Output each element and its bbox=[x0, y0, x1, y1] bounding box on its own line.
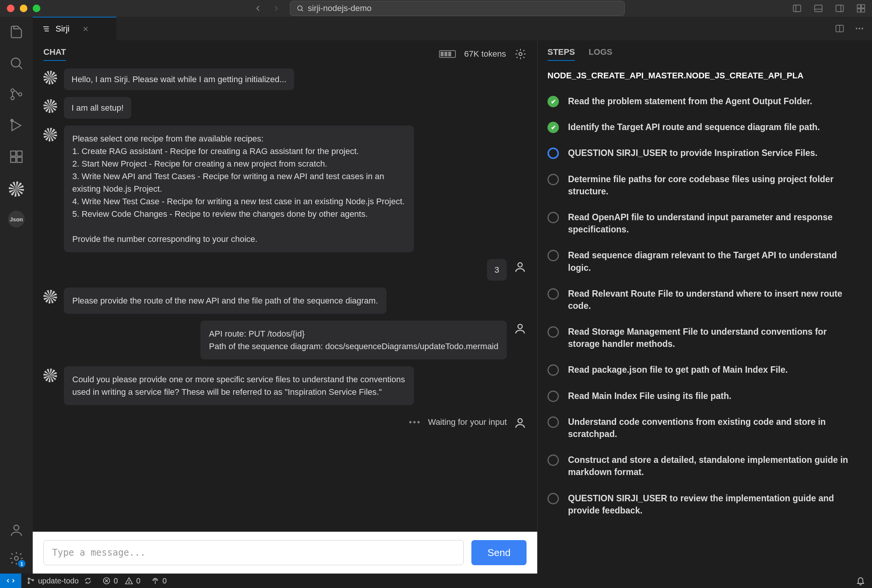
step-status-icon bbox=[547, 250, 559, 261]
run-debug-icon[interactable] bbox=[8, 117, 25, 134]
chat-messages[interactable]: Hello, I am Sirji. Please wait while I a… bbox=[33, 65, 537, 532]
step-item[interactable]: Read Relevant Route File to understand w… bbox=[547, 281, 861, 319]
warning-icon bbox=[125, 577, 133, 585]
step-item[interactable]: Construct and store a detailed, standalo… bbox=[547, 447, 861, 485]
step-text: Read package.json file to get path of Ma… bbox=[568, 364, 788, 376]
sync-icon[interactable] bbox=[84, 577, 92, 585]
settings-badge: 1 bbox=[18, 560, 25, 567]
step-item[interactable]: Read OpenAPI file to understand input pa… bbox=[547, 204, 861, 242]
svg-point-27 bbox=[856, 28, 857, 29]
list-icon bbox=[42, 25, 50, 33]
chat-tab[interactable]: CHAT bbox=[43, 47, 66, 61]
port-count: 0 bbox=[162, 577, 167, 585]
gear-icon[interactable] bbox=[514, 48, 527, 60]
extensions-icon[interactable] bbox=[8, 148, 25, 165]
more-actions-icon[interactable] bbox=[854, 24, 864, 33]
bot-avatar-icon bbox=[43, 99, 57, 113]
svg-point-36 bbox=[32, 579, 34, 581]
send-button[interactable]: Send bbox=[471, 540, 527, 565]
settings-gear-icon[interactable]: 1 bbox=[8, 550, 25, 567]
step-item[interactable]: QUESTION SIRJI_USER to review the implem… bbox=[547, 485, 861, 523]
maximize-window-button[interactable] bbox=[33, 5, 40, 12]
svg-point-34 bbox=[28, 578, 30, 580]
ports-indicator[interactable]: 0 bbox=[146, 574, 172, 588]
command-palette[interactable]: sirji-nodejs-demo bbox=[290, 1, 625, 16]
problems-indicator[interactable]: 0 0 bbox=[97, 574, 146, 588]
step-item[interactable]: Determine file paths for core codebase f… bbox=[547, 166, 861, 204]
step-text: QUESTION SIRJI_USER to review the implem… bbox=[568, 492, 861, 516]
window-controls bbox=[7, 5, 40, 12]
step-item[interactable]: QUESTION SIRJI_USER to provide Inspirati… bbox=[547, 140, 861, 166]
sirji-extension-icon[interactable] bbox=[8, 180, 25, 196]
svg-rect-10 bbox=[861, 9, 865, 12]
tab-steps[interactable]: STEPS bbox=[547, 47, 575, 61]
step-text: Read sequence diagram relevant to the Ta… bbox=[568, 249, 861, 273]
svg-rect-5 bbox=[836, 5, 843, 11]
warning-count: 0 bbox=[136, 577, 140, 585]
typing-dots-icon: ••• bbox=[409, 417, 421, 427]
step-text: Determine file paths for core codebase f… bbox=[568, 173, 861, 197]
branch-name: update-todo bbox=[38, 577, 79, 585]
step-item[interactable]: Read the problem statement from the Agen… bbox=[547, 88, 861, 114]
step-item[interactable]: Identify the Target API route and sequen… bbox=[547, 114, 861, 140]
chat-input[interactable] bbox=[43, 540, 464, 565]
steps-breadcrumb: NODE_JS_CREATE_API_MASTER.NODE_JS_CREATE… bbox=[547, 65, 872, 88]
accounts-icon[interactable] bbox=[8, 522, 25, 539]
bot-message: Could you please provide one or more spe… bbox=[64, 366, 414, 405]
error-icon bbox=[102, 577, 111, 585]
branch-icon bbox=[27, 577, 35, 585]
step-text: Read Storage Management File to understa… bbox=[568, 326, 861, 350]
command-palette-text: sirji-nodejs-demo bbox=[308, 3, 372, 13]
status-bar: update-todo 0 0 0 bbox=[0, 574, 872, 588]
panel-left-icon[interactable] bbox=[792, 3, 802, 13]
tab-sirji[interactable]: Sirji bbox=[33, 17, 116, 40]
token-count: 67K tokens bbox=[464, 49, 506, 59]
steps-list[interactable]: Read the problem statement from the Agen… bbox=[547, 88, 872, 567]
customize-layout-icon[interactable] bbox=[856, 3, 866, 13]
json-extension-icon[interactable]: Json bbox=[8, 211, 25, 227]
minimize-window-button[interactable] bbox=[20, 5, 27, 12]
close-icon[interactable] bbox=[82, 25, 89, 33]
step-item[interactable]: Understand code conventions from existin… bbox=[547, 409, 861, 447]
svg-point-28 bbox=[859, 28, 860, 29]
svg-point-33 bbox=[518, 419, 522, 423]
panel-bottom-icon[interactable] bbox=[813, 3, 823, 13]
chat-input-area: Send bbox=[33, 532, 537, 574]
tab-bar: Sirji bbox=[33, 17, 872, 40]
step-item[interactable]: Read Main Index File using its file path… bbox=[547, 383, 861, 409]
remote-indicator[interactable] bbox=[0, 574, 21, 588]
step-text: Read the problem statement from the Agen… bbox=[568, 95, 812, 107]
step-item[interactable]: Read Storage Management File to understa… bbox=[547, 319, 861, 357]
step-item[interactable]: Read package.json file to get path of Ma… bbox=[547, 357, 861, 383]
svg-rect-3 bbox=[815, 5, 822, 11]
step-text: Read Relevant Route File to understand w… bbox=[568, 288, 861, 312]
bot-avatar-icon bbox=[43, 128, 57, 141]
nav-forward-icon[interactable] bbox=[272, 4, 281, 13]
step-text: Understand code conventions from existin… bbox=[568, 416, 861, 440]
tab-logs[interactable]: LOGS bbox=[589, 47, 612, 61]
git-branch[interactable]: update-todo bbox=[21, 574, 97, 588]
antenna-icon bbox=[151, 577, 159, 585]
close-window-button[interactable] bbox=[7, 5, 14, 12]
step-status-icon bbox=[547, 174, 559, 185]
source-control-icon[interactable] bbox=[8, 86, 25, 103]
step-text: Identify the Target API route and sequen… bbox=[568, 121, 820, 133]
svg-point-30 bbox=[519, 52, 522, 56]
user-avatar-icon bbox=[514, 322, 527, 335]
step-status-icon bbox=[547, 416, 559, 428]
split-editor-icon[interactable] bbox=[835, 24, 845, 33]
search-sidebar-icon[interactable] bbox=[8, 55, 25, 72]
chat-panel: CHAT 67K tokens Hello, I am Sirji. Pleas… bbox=[33, 40, 537, 574]
svg-point-20 bbox=[14, 525, 19, 530]
svg-point-29 bbox=[861, 28, 863, 29]
nav-back-icon[interactable] bbox=[253, 4, 263, 13]
search-icon bbox=[296, 5, 304, 12]
svg-point-13 bbox=[11, 97, 14, 100]
explorer-icon[interactable] bbox=[8, 24, 25, 40]
step-item[interactable]: Read sequence diagram relevant to the Ta… bbox=[547, 242, 861, 280]
step-text: Read Main Index File using its file path… bbox=[568, 390, 731, 402]
panel-right-icon[interactable] bbox=[835, 3, 845, 13]
bell-icon[interactable] bbox=[856, 576, 865, 585]
svg-rect-19 bbox=[17, 151, 22, 156]
svg-rect-1 bbox=[793, 5, 801, 11]
